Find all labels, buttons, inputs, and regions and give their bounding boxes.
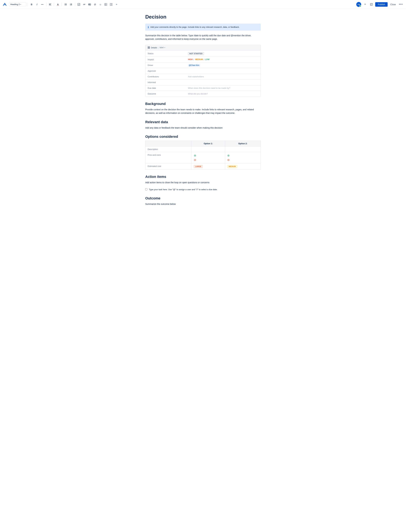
heading-selector-label: Heading 2 xyxy=(10,3,20,6)
details-duedate-value[interactable]: When does this decision need to be made … xyxy=(186,85,261,91)
details-informed-value[interactable] xyxy=(186,79,261,85)
action-item-checkbox[interactable] xyxy=(145,188,147,190)
pros-cons-cell-2: ⊕ ⊖ xyxy=(227,154,258,162)
contributors-placeholder: Add stakeholders xyxy=(188,75,204,78)
more-format-button[interactable]: ••• xyxy=(40,2,45,7)
options-description-val2[interactable] xyxy=(225,146,261,152)
layout-button[interactable] xyxy=(109,2,114,7)
action-item-label[interactable]: Type your task here. Use "@" to assign a… xyxy=(149,188,218,191)
svg-rect-2 xyxy=(49,5,51,5)
impact-row: HIGH / MEDIUM / LOW xyxy=(188,58,258,61)
text-color-button[interactable]: A xyxy=(55,2,60,7)
details-contributors-value[interactable]: Add stakeholders xyxy=(186,74,261,79)
action-items-text[interactable]: Add action items to close the loop on op… xyxy=(145,181,261,184)
details-approver-value[interactable] xyxy=(186,68,261,74)
svg-rect-0 xyxy=(49,4,51,4)
svg-rect-23 xyxy=(149,47,150,47)
options-cost-val1[interactable]: LARGE xyxy=(191,163,225,170)
svg-rect-6 xyxy=(65,4,67,5)
svg-rect-15 xyxy=(78,3,80,6)
bullet-list-button[interactable] xyxy=(63,2,68,7)
pros-cons-cell: ⊕ ⊖ xyxy=(194,154,223,162)
details-impact-value[interactable]: HIGH / MEDIUM / LOW xyxy=(186,57,261,62)
svg-rect-21 xyxy=(370,3,373,6)
mention-button[interactable]: @ xyxy=(93,2,98,7)
svg-rect-20 xyxy=(111,3,112,6)
close-button[interactable]: Close xyxy=(389,2,397,7)
outcome-text[interactable]: Summarize the outcome below xyxy=(145,202,261,206)
info-banner: ℹ Add your comments directly to the page… xyxy=(145,24,261,31)
align-button[interactable] xyxy=(48,2,53,7)
add-collaborator-button[interactable]: + xyxy=(362,2,368,7)
options-cost-label: Estimated cost xyxy=(145,163,192,170)
heading-selector[interactable]: Heading 2 ▾ xyxy=(9,2,26,6)
relevant-data-text[interactable]: Add any data or feedback the team should… xyxy=(145,126,261,129)
details-outcome-value[interactable]: What did you decide? xyxy=(186,91,261,97)
table-row: Informed xyxy=(145,79,261,85)
list-group: 1. 2. 3. xyxy=(63,2,73,7)
svg-point-7 xyxy=(65,5,65,5)
toolbar-right: CK + Publish Close ••• xyxy=(356,2,404,7)
pro-icon-2: ⊕ xyxy=(227,154,258,157)
table-row: Impact HIGH / MEDIUM / LOW xyxy=(145,57,261,62)
options-pros-cons-val2[interactable]: ⊕ ⊖ xyxy=(225,152,261,163)
background-text[interactable]: Provide context on the decision the team… xyxy=(145,108,261,115)
options-pros-cons-val1[interactable]: ⊕ ⊖ xyxy=(191,152,225,163)
template-button[interactable] xyxy=(369,2,374,7)
page-title[interactable]: Decision xyxy=(145,14,261,20)
image-button[interactable] xyxy=(87,2,92,7)
toolbar-divider-1 xyxy=(28,3,28,6)
toolbar-divider-2 xyxy=(46,3,46,6)
task-button[interactable] xyxy=(76,2,81,7)
status-badge: NOT STARTED xyxy=(188,52,204,55)
options-description-val1[interactable] xyxy=(191,146,225,152)
emoji-button[interactable]: ☺ xyxy=(98,2,103,7)
details-label: Details xyxy=(151,46,157,49)
app-logo[interactable] xyxy=(2,2,7,7)
info-banner-text: Add your comments directly to the page. … xyxy=(150,26,239,29)
background-heading: Background xyxy=(145,102,261,106)
svg-rect-1 xyxy=(49,4,51,5)
toolbar: Heading 2 ▾ B I ••• A xyxy=(0,0,406,9)
add-more-button[interactable]: + xyxy=(114,2,119,7)
options-col-empty xyxy=(145,141,192,146)
svg-rect-10 xyxy=(71,4,72,4)
details-informed-label: Informed xyxy=(145,79,186,85)
table-button[interactable] xyxy=(103,2,108,7)
details-status-label: Status xyxy=(145,50,186,57)
impact-medium-badge: MEDIUM xyxy=(195,58,203,61)
info-icon: ℹ xyxy=(148,26,149,29)
intro-text[interactable]: Summarize this decision in the table bel… xyxy=(145,34,261,41)
user-avatar[interactable]: CK xyxy=(356,2,361,7)
duedate-placeholder: When does this decision need to be made … xyxy=(188,87,230,89)
publish-button[interactable]: Publish xyxy=(375,2,388,7)
details-label-tag: label = xyxy=(160,46,165,49)
table-row: Outcome What did you decide? xyxy=(145,91,261,97)
table-row: Approver xyxy=(145,68,261,74)
impact-high-badge: HIGH xyxy=(188,58,193,61)
details-panel: Details | label = Status NOT STARTED Imp… xyxy=(145,45,261,97)
italic-button[interactable]: I xyxy=(34,2,39,7)
table-row: Description xyxy=(145,146,261,152)
numbered-list-button[interactable]: 1. 2. 3. xyxy=(69,2,73,7)
chevron-down-icon: ▾ xyxy=(20,3,21,5)
con-icon: ⊖ xyxy=(194,158,223,162)
toolbar-divider-4 xyxy=(62,3,62,6)
outcome-placeholder: What did you decide? xyxy=(188,92,208,95)
action-items-heading: Action items xyxy=(145,175,261,179)
svg-point-5 xyxy=(65,4,65,5)
details-status-value[interactable]: NOT STARTED xyxy=(186,50,261,57)
options-col-1: Option 1: xyxy=(191,141,225,146)
table-row: Due date When does this decision need to… xyxy=(145,85,261,91)
options-cost-val2[interactable]: MEDIUM xyxy=(225,163,261,170)
link-button[interactable] xyxy=(82,2,87,7)
details-outcome-label: Outcome xyxy=(145,91,186,97)
options-description-label: Description xyxy=(145,146,192,152)
more-options-button[interactable]: ••• xyxy=(398,2,404,7)
details-pipe: | xyxy=(158,46,159,49)
text-format-group: B I ••• xyxy=(29,2,45,7)
svg-point-3 xyxy=(65,3,65,4)
details-driver-value[interactable]: @Chan Kim xyxy=(186,62,261,68)
insert-group: @ ☺ + xyxy=(76,2,119,7)
bold-button[interactable]: B xyxy=(29,2,34,7)
